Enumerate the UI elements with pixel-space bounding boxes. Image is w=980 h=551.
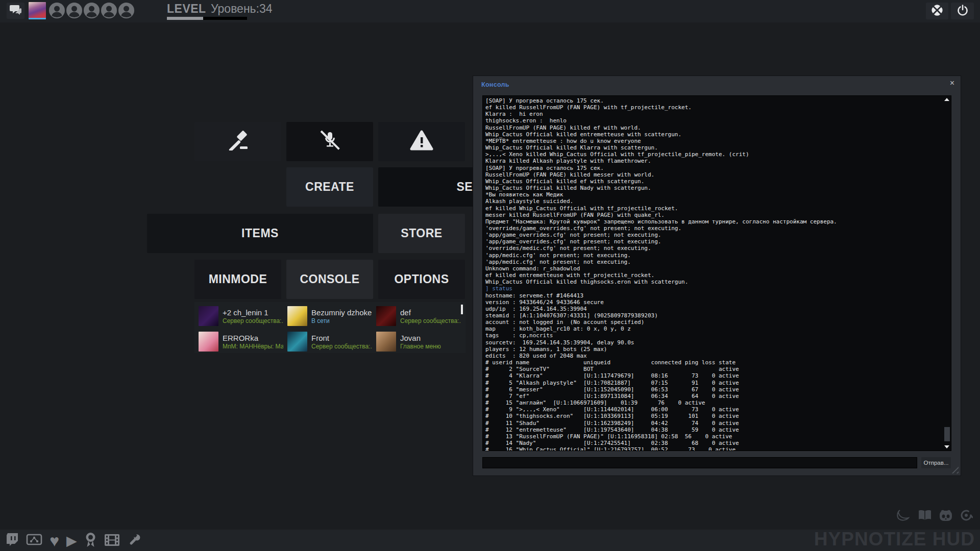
items-button[interactable]: ITEMS	[147, 214, 373, 253]
friend-status: Сервер сообщества:...	[311, 343, 372, 350]
friend-list-item[interactable]: Front Сервер сообщества:...	[283, 330, 372, 353]
console-line: Klarra killed Alkash playstyle with flam…	[485, 158, 951, 164]
console-line: [SOAP] У прогрева осталось 175 сек.	[485, 97, 951, 104]
friend-list-item[interactable]: ERRORka МпМ: МАННёвры: Ма...	[194, 330, 283, 353]
film-demos-icon[interactable]	[104, 534, 120, 548]
console-line: # 10 "thighsocks.eron" [U:1:103369113] 0…	[485, 413, 951, 419]
level-value: Уровень:34	[211, 2, 273, 16]
console-line: ef killed entremetteuse with tf_projecti…	[485, 272, 951, 279]
github-icon[interactable]	[939, 509, 953, 524]
scroll-down-arrow-icon[interactable]	[944, 445, 949, 448]
friend-list-item[interactable]: +2 ch_lenin 1 Сервер сообщества:...	[194, 305, 283, 328]
console-line: Klarra : hi eron	[485, 111, 951, 117]
console-line: version : 9433646/24 9433646 secure	[485, 299, 951, 306]
store-button-label: STORE	[401, 227, 442, 240]
friend-list-item[interactable]: def Сервер сообщества:...	[372, 305, 461, 328]
console-line: messer killed RussellFromUP (FAN PAGE) w…	[485, 212, 951, 218]
play-icon[interactable]: ▶	[66, 534, 77, 548]
heart-icon[interactable]: ♥	[50, 533, 59, 549]
console-line: # 14 "Nady" [U:1:27425541] 02:38 68 0 ac…	[485, 440, 951, 446]
alerts-button[interactable]	[378, 122, 465, 161]
console-line: map : koth_bagel_rc10 at: 0 x, 0 y, 0 z	[485, 325, 951, 332]
console-line: ef killed RussellFromUP (FAN PAGE) with …	[485, 104, 951, 111]
console-line: steamid : [A:1:104076307:43331] (9025809…	[485, 312, 951, 319]
friend-list-item[interactable]: Bezumniy dzhoker В сети	[283, 305, 372, 328]
create-button-label: CREATE	[305, 180, 354, 194]
console-line: *Вы появитесь как Медик	[485, 191, 951, 198]
console-line: Whip_Cactus Official killed Klarra with …	[485, 144, 951, 151]
console-line: edicts : 820 used of 2048 max	[485, 353, 951, 359]
console-line: tags : cp,nocrits	[485, 332, 951, 339]
scrollbar-thumb[interactable]	[944, 427, 950, 441]
book-icon[interactable]	[918, 509, 932, 523]
friend-name: Jovan	[400, 334, 441, 343]
scroll-up-arrow-icon[interactable]	[944, 98, 949, 101]
console-line: # userid name uniqueid connected ping lo…	[485, 359, 951, 366]
console-line: hostname: serveme.tf #1464413	[485, 292, 951, 299]
empty-party-slot-icon[interactable]	[101, 3, 117, 18]
create-server-button[interactable]: CREATE	[286, 167, 373, 207]
empty-party-slot-icon[interactable]	[118, 3, 134, 18]
console-command-input[interactable]	[482, 457, 917, 468]
console-line: Alkash playstyle suicided.	[485, 198, 951, 205]
console-line: Whip_Cactus Official killed Nady with sc…	[485, 185, 951, 191]
player-avatar[interactable]	[29, 2, 46, 19]
store-button[interactable]: STORE	[378, 214, 465, 253]
level-progress-fill	[167, 17, 203, 20]
console-log[interactable]: [SOAP] У прогрева осталось 175 сек.ef ki…	[482, 95, 951, 451]
minmode-button[interactable]: MINMODE	[194, 260, 281, 299]
report-player-button[interactable]	[194, 122, 281, 161]
empty-party-slot-icon[interactable]	[66, 3, 82, 18]
tf2-main-menu-screen: LEVEL Уровень:34	[0, 0, 980, 551]
wrench-icon[interactable]	[127, 533, 142, 549]
empty-party-slot-icon[interactable]	[49, 3, 65, 18]
console-line: Предмет "Насмешка: Крутой кувырок" запре…	[485, 218, 951, 225]
friend-avatar	[376, 332, 396, 352]
console-window-title: Консоль	[481, 81, 509, 88]
mute-voice-button[interactable]	[286, 122, 373, 161]
chat-button[interactable]	[7, 3, 24, 19]
level-label: LEVEL	[167, 2, 206, 16]
chat-bubble-icon	[10, 5, 22, 17]
twitch-icon[interactable]	[5, 533, 19, 549]
console-close-icon[interactable]: ×	[950, 79, 954, 88]
friend-avatar	[376, 306, 396, 326]
friend-avatar	[199, 306, 218, 326]
console-window: Консоль × [SOAP] У прогрева осталось 175…	[473, 76, 961, 475]
friend-list-item[interactable]: Jovan Главное меню	[372, 330, 461, 353]
console-line: *МЕРТВ* entremetteuse : how do u know ev…	[485, 138, 951, 144]
options-button[interactable]: OPTIONS	[378, 260, 465, 299]
footer-bar: ♥ ▶	[0, 530, 980, 551]
stream-share-icon[interactable]	[26, 534, 42, 548]
friends-scrollbar[interactable]	[461, 305, 463, 314]
friend-avatar	[199, 332, 218, 352]
console-button[interactable]: CONSOLE	[286, 260, 373, 299]
console-line: ] status	[485, 285, 951, 292]
spiral-icon[interactable]	[960, 509, 973, 524]
console-line: # 13 "RussellFromUP (FAN PAGE)" [U:1:116…	[485, 433, 951, 440]
items-button-label: ITEMS	[241, 227, 279, 240]
empty-party-slot-icon[interactable]	[84, 3, 100, 18]
console-line: Whip_Cactus Official killed entremetteus…	[485, 131, 951, 138]
friend-status: Сервер сообщества:...	[400, 317, 461, 324]
tf2-logo-button[interactable]	[926, 3, 948, 19]
console-line: ef killed Whip_Cactus Official with tf_p…	[485, 205, 951, 212]
hud-links-row	[896, 509, 973, 524]
console-submit-button[interactable]: Отправ...	[921, 457, 951, 468]
level-progress-bar	[167, 17, 247, 20]
hud-brand-text: HYPNOTIZE HUD	[814, 529, 975, 550]
console-line: # 6 "messer" [U:1:152045090] 06:53 67 0 …	[485, 386, 951, 393]
console-line: # 5 "Alkash playstyle" [U:1:70821887] 07…	[485, 380, 951, 386]
friend-name: def	[400, 308, 461, 317]
window-resize-grip[interactable]	[951, 466, 959, 473]
console-line: # 9 ">,..,< Xeno" [U:1:114402014] 06:00 …	[485, 406, 951, 413]
award-ribbon-icon[interactable]	[84, 532, 97, 549]
console-scrollbar[interactable]	[943, 96, 951, 450]
console-line: thighsocks.eron : henlo	[485, 117, 951, 124]
friend-status: В сети	[311, 317, 372, 324]
quit-button[interactable]	[951, 3, 974, 19]
console-line: 'app/medic.cfg' not present; not executi…	[485, 252, 951, 259]
banana-logo-icon[interactable]	[896, 509, 911, 524]
console-line: Unknown command: r_shadowlod	[485, 265, 951, 272]
console-button-label: CONSOLE	[300, 272, 359, 286]
